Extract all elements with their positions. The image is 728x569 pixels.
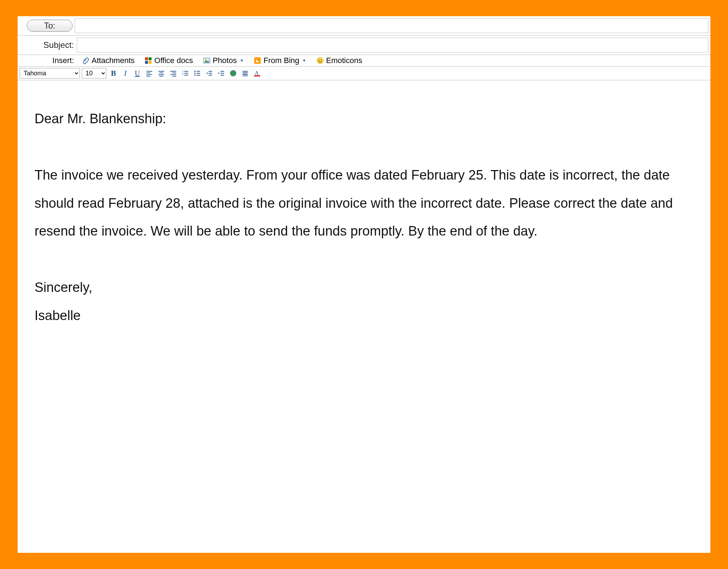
svg-point-10 [321,60,322,61]
insert-office-docs-label: Office docs [154,56,193,65]
insert-from-bing[interactable]: From Bing ▼ [249,55,311,66]
signoff-line: Sincerely, [35,274,693,302]
compose-window: To: Subject: Insert: Attachments Office … [18,16,710,553]
svg-point-9 [318,60,319,61]
horizontal-rule-icon [241,69,249,77]
svg-rect-20 [254,75,260,77]
align-left-icon [145,69,153,77]
svg-marker-16 [206,72,208,74]
numbered-list-button[interactable]: 1 2 [180,68,190,78]
office-docs-icon [144,57,152,64]
subject-label: Subject: [18,39,77,51]
svg-point-18 [230,70,236,76]
svg-rect-2 [145,61,148,64]
svg-point-15 [194,75,196,76]
svg-text:A: A [255,70,259,76]
insert-emoticons-label: Emoticons [326,56,362,65]
outdent-icon [205,69,213,77]
to-button[interactable]: To: [27,20,73,32]
svg-rect-0 [145,57,148,60]
outdent-button[interactable] [204,68,214,78]
message-body[interactable]: Dear Mr. Blankenship: The invoice we rec… [18,80,710,553]
subject-input[interactable] [77,38,708,52]
indent-icon [217,69,225,77]
insert-photos-label: Photos [213,56,237,65]
numbered-list-icon: 1 2 [181,69,189,77]
horizontal-rule-button[interactable] [240,68,250,78]
insert-emoticons[interactable]: Emoticons [311,55,367,66]
format-toolbar: Tahoma 10 B I U 1 2 [18,67,710,80]
svg-rect-7 [254,57,261,64]
bing-icon [254,57,261,64]
font-color-icon: A [253,69,261,77]
font-size-select[interactable]: 10 [82,68,106,79]
indent-button[interactable] [216,68,226,78]
bullet-list-button[interactable] [192,68,202,78]
bullet-list-icon [193,69,201,77]
svg-text:2: 2 [182,73,183,76]
underline-button[interactable]: U [132,68,142,78]
align-center-button[interactable] [156,68,166,78]
svg-point-8 [317,57,323,64]
body-paragraph: The invoice we received yesterday. From … [35,161,693,245]
insert-toolbar: Insert: Attachments Office docs Photos [18,55,710,67]
bold-button[interactable]: B [108,68,118,78]
link-globe-icon [229,69,237,77]
svg-rect-1 [149,57,151,60]
font-color-button[interactable]: A [252,68,262,78]
signature-name: Isabelle [35,302,693,330]
insert-attachments[interactable]: Attachments [77,55,139,66]
insert-office-docs[interactable]: Office docs [139,55,198,66]
paperclip-icon [82,57,89,64]
svg-point-6 [205,59,206,60]
photos-icon [203,57,211,64]
svg-point-14 [194,73,196,74]
insert-attachments-label: Attachments [92,56,135,65]
svg-rect-3 [149,61,151,64]
align-right-button[interactable] [168,68,178,78]
italic-button[interactable]: I [120,68,130,78]
insert-from-bing-label: From Bing [263,56,299,65]
svg-marker-17 [218,72,220,74]
to-row: To: [18,16,710,36]
font-family-select[interactable]: Tahoma [20,68,80,79]
chevron-down-icon: ▼ [239,58,244,63]
align-center-icon [157,69,165,77]
insert-label: Insert: [18,56,77,65]
to-input[interactable] [75,18,708,33]
insert-link-button[interactable] [228,68,238,78]
insert-photos[interactable]: Photos ▼ [198,55,249,66]
emoticon-icon [316,57,324,64]
greeting-line: Dear Mr. Blankenship: [35,105,693,133]
align-left-button[interactable] [144,68,154,78]
chevron-down-icon: ▼ [302,58,306,63]
subject-row: Subject: [18,36,710,55]
align-right-icon [169,69,177,77]
svg-point-13 [194,71,196,72]
